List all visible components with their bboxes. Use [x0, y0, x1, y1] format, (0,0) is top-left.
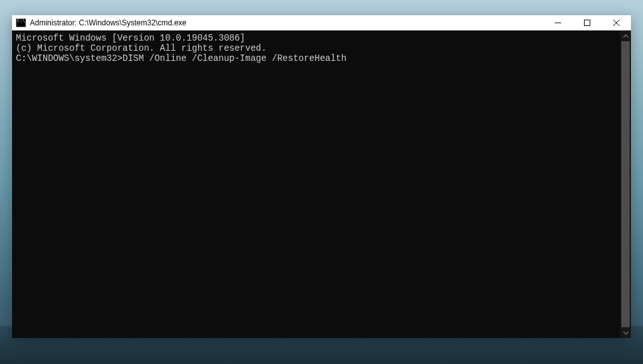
titlebar[interactable]: Administrator: C:\Windows\System32\cmd.e…: [12, 15, 631, 30]
terminal-prompt: C:\WINDOWS\system32>: [16, 53, 123, 63]
maximize-button[interactable]: [573, 15, 602, 30]
close-icon: [613, 20, 620, 26]
window-title: Administrator: C:\Windows\System32\cmd.e…: [30, 18, 543, 27]
chevron-down-icon: [623, 330, 628, 335]
terminal-content[interactable]: Microsoft Windows [Version 10.0.19045.30…: [12, 30, 620, 338]
scroll-thumb[interactable]: [621, 41, 630, 327]
chevron-up-icon: [623, 34, 628, 39]
terminal-line-version: Microsoft Windows [Version 10.0.19045.30…: [16, 33, 616, 43]
maximize-icon: [584, 20, 590, 26]
window-controls: [543, 15, 631, 30]
scroll-up-button[interactable]: [620, 30, 631, 41]
minimize-icon: [555, 20, 561, 26]
cmd-window: Administrator: C:\Windows\System32\cmd.e…: [12, 15, 631, 338]
minimize-button[interactable]: [543, 15, 573, 30]
terminal-area[interactable]: Microsoft Windows [Version 10.0.19045.30…: [12, 30, 631, 338]
close-button[interactable]: [602, 15, 631, 30]
terminal-prompt-line: C:\WINDOWS\system32>DISM /Online /Cleanu…: [16, 53, 347, 63]
scroll-track[interactable]: [620, 41, 631, 327]
scroll-down-button[interactable]: [620, 327, 631, 338]
cmd-icon: [16, 18, 26, 27]
terminal-line-copyright: (c) Microsoft Corporation. All rights re…: [16, 43, 616, 53]
terminal-command: DISM /Online /Cleanup-Image /RestoreHeal…: [123, 53, 347, 63]
scrollbar[interactable]: [620, 30, 631, 338]
svg-rect-1: [585, 20, 590, 26]
